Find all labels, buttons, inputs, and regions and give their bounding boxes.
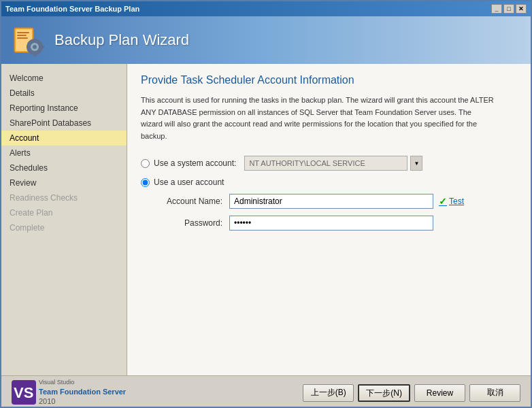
sidebar-item-reporting-instance[interactable]: Reporting Instance [1, 101, 127, 116]
svg-text:VS: VS [14, 384, 33, 401]
wizard-icon [12, 24, 44, 56]
svg-rect-2 [17, 32, 29, 33]
content-title: Provide Task Scheduler Account Informati… [141, 74, 517, 86]
footer-logo-area: VS Visual Studio Team Foundation Server … [12, 379, 126, 407]
logo-brand: Visual Studio [39, 379, 126, 387]
form-section: Use a system account: NT AUTHORITY\LOCAL… [141, 156, 517, 231]
close-button[interactable]: ✕ [516, 4, 527, 14]
sidebar-item-account[interactable]: Account [1, 131, 127, 146]
svg-point-7 [33, 45, 37, 49]
logo-text: Visual Studio Team Foundation Server 201… [39, 379, 126, 407]
review-button[interactable]: Review [414, 384, 465, 402]
test-link[interactable]: ✓ Test [439, 196, 464, 207]
content-panel: Provide Task Scheduler Account Informati… [127, 64, 531, 375]
back-button[interactable]: 上一步(B) [303, 384, 354, 402]
sidebar-item-create-plan: Create Plan [1, 205, 127, 220]
window-controls: _ □ ✕ [491, 4, 527, 14]
window-title: Team Foundation Server Backup Plan [5, 5, 139, 13]
test-checkmark: ✓ [439, 196, 447, 207]
account-name-label: Account Name: [154, 197, 229, 206]
logo-year: 2010 [39, 397, 55, 405]
test-link-label[interactable]: Test [449, 197, 464, 206]
sidebar-item-details[interactable]: Details [1, 86, 127, 101]
system-account-radio[interactable] [141, 159, 150, 168]
sidebar-item-readiness-checks: Readiness Checks [1, 190, 127, 205]
tfs-logo: VS Visual Studio Team Foundation Server … [12, 379, 126, 407]
account-name-row: Account Name: ✓ Test [154, 194, 517, 209]
password-input[interactable] [229, 216, 433, 231]
title-bar: Team Foundation Server Backup Plan _ □ ✕ [1, 1, 531, 16]
svg-rect-4 [17, 37, 28, 39]
svg-rect-10 [27, 46, 29, 48]
sidebar: Welcome Details Reporting Instance Share… [1, 64, 127, 375]
user-account-radio[interactable] [141, 178, 150, 187]
system-account-row: Use a system account: NT AUTHORITY\LOCAL… [141, 156, 517, 171]
user-account-label[interactable]: Use a user account [154, 177, 224, 187]
sidebar-item-sharepoint-databases[interactable]: SharePoint Databases [1, 116, 127, 131]
sidebar-item-alerts[interactable]: Alerts [1, 146, 127, 160]
minimize-button[interactable]: _ [491, 4, 502, 14]
svg-rect-3 [17, 35, 27, 36]
password-label: Password: [154, 218, 229, 228]
next-button[interactable]: 下一步(N) [358, 384, 410, 402]
sidebar-item-schedules[interactable]: Schedules [1, 160, 127, 175]
dropdown-arrow-icon[interactable]: ▼ [410, 156, 422, 171]
system-account-label[interactable]: Use a system account: [154, 158, 236, 168]
password-row: Password: [154, 216, 517, 231]
header-title: Backup Plan Wizard [54, 31, 189, 49]
system-account-dropdown: NT AUTHORITY\LOCAL SERVICE ▼ [244, 156, 422, 171]
svg-rect-9 [33, 54, 36, 56]
sidebar-item-review[interactable]: Review [1, 175, 127, 190]
sidebar-item-welcome[interactable]: Welcome [1, 71, 127, 86]
vs-logo-icon: VS [12, 380, 36, 405]
main-container: Welcome Details Reporting Instance Share… [1, 64, 531, 375]
content-description: This account is used for running the tas… [141, 95, 495, 142]
logo-product: Team Foundation Server [39, 387, 126, 396]
cancel-button[interactable]: 取消 [469, 384, 520, 402]
svg-rect-11 [41, 46, 44, 48]
account-name-input[interactable] [229, 194, 433, 209]
wizard-icon-svg [12, 24, 44, 56]
footer: VS Visual Studio Team Foundation Server … [1, 375, 531, 408]
header-banner: Backup Plan Wizard [1, 16, 531, 64]
svg-rect-8 [33, 39, 36, 41]
system-account-select[interactable]: NT AUTHORITY\LOCAL SERVICE [244, 156, 408, 171]
sidebar-item-complete: Complete [1, 220, 127, 235]
user-account-row: Use a user account [141, 177, 517, 187]
maximize-button[interactable]: □ [503, 4, 514, 14]
footer-buttons: 上一步(B) 下一步(N) Review 取消 [303, 384, 520, 402]
system-account-value: NT AUTHORITY\LOCAL SERVICE [249, 159, 365, 167]
